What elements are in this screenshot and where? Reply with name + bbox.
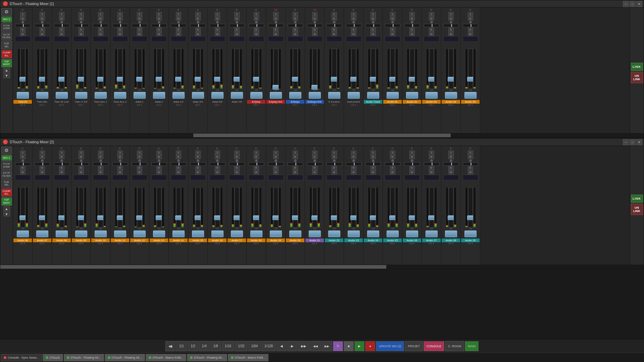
taskbar-floating2[interactable]: DTouch - Floating Mi...: [105, 354, 145, 361]
channel-s-button[interactable]: S: [312, 12, 317, 16]
channel-pan-bar[interactable]: [463, 24, 478, 27]
channel-w-button[interactable]: W: [448, 32, 454, 36]
channel-fader-track[interactable]: [274, 187, 278, 227]
channel-w-button[interactable]: W: [370, 170, 376, 174]
channel-r-button[interactable]: R: [429, 166, 434, 170]
channel-m-button[interactable]: M: [98, 16, 103, 20]
channel-m-button[interactable]: M: [79, 155, 84, 159]
channel-m-button[interactable]: M: [448, 155, 454, 159]
channel-s-button[interactable]: S: [40, 151, 45, 155]
channel-fader-button[interactable]: [231, 92, 243, 99]
channel-fader-thumb[interactable]: [97, 77, 104, 82]
channel-w-button[interactable]: W: [312, 32, 317, 36]
channel-w-button[interactable]: W: [351, 170, 356, 174]
channel-fader-track[interactable]: [410, 49, 414, 89]
channel-fader-thumb[interactable]: [409, 215, 415, 220]
channel-s-button[interactable]: S: [254, 151, 259, 155]
channel-fader-thumb[interactable]: [58, 77, 65, 82]
channel-m-button[interactable]: M: [468, 155, 473, 159]
taskbar-macro2[interactable]: DTouch - Macro Fold...: [228, 354, 268, 361]
channel-m-button[interactable]: M: [370, 155, 376, 159]
channel-fader-thumb[interactable]: [39, 215, 46, 220]
channel-fader-button[interactable]: [192, 92, 204, 99]
channel-pan-bar[interactable]: [93, 24, 108, 27]
channel-fader-thumb[interactable]: [117, 77, 123, 82]
channel-w-button[interactable]: W: [351, 32, 356, 36]
mixer2-mix2-btn[interactable]: MIX 2: [1, 155, 12, 161]
channel-w-button[interactable]: W: [20, 170, 26, 174]
channel-pan-bar[interactable]: [112, 162, 128, 166]
taskbar-console[interactable]: Console - Sync Sessi...: [1, 354, 42, 361]
rewind2[interactable]: ◀◀: [310, 341, 321, 351]
channel-m-button[interactable]: M: [195, 16, 201, 20]
channel-pan-bar[interactable]: [404, 162, 420, 166]
channel-w-button[interactable]: W: [59, 170, 64, 174]
channel-fader-thumb[interactable]: [136, 215, 143, 220]
channel-fader-track[interactable]: [176, 49, 181, 89]
channel-pan-bar[interactable]: [249, 24, 264, 27]
channel-r-button[interactable]: R: [40, 28, 45, 32]
channel-fader-button[interactable]: [289, 92, 301, 99]
channel-m-button[interactable]: M: [254, 16, 259, 20]
mixer2-fich-strip-btn[interactable]: FI CHSTRIP: [1, 161, 12, 170]
console-btn[interactable]: CONSOLE: [424, 341, 444, 351]
channel-fader-button[interactable]: [348, 230, 360, 237]
channel-s-button[interactable]: S: [215, 12, 220, 16]
mixer2-scroll[interactable]: [0, 265, 644, 269]
channel-s-button[interactable]: S: [273, 12, 279, 16]
channel-s-button[interactable]: S: [351, 151, 356, 155]
channel-pan-bar[interactable]: [54, 162, 69, 166]
channel-fader-track[interactable]: [215, 49, 220, 89]
channel-fader-thumb[interactable]: [389, 77, 396, 82]
mixer2-maximize[interactable]: □: [630, 139, 636, 145]
channel-fader-thumb[interactable]: [467, 215, 474, 220]
channel-s-button[interactable]: S: [234, 151, 240, 155]
channel-fader-button[interactable]: [56, 92, 68, 99]
channel-fader-thumb[interactable]: [448, 77, 454, 82]
stop[interactable]: ■: [344, 341, 354, 351]
channel-pan-bar[interactable]: [268, 162, 284, 166]
channel-m-button[interactable]: M: [448, 16, 454, 20]
channel-w-button[interactable]: W: [254, 32, 259, 36]
channel-fader-button[interactable]: [134, 230, 146, 237]
channel-r-button[interactable]: R: [79, 28, 84, 32]
channel-pan-bar[interactable]: [307, 162, 323, 166]
channel-r-button[interactable]: R: [234, 28, 240, 32]
channel-pan-bar[interactable]: [463, 162, 478, 166]
channel-w-button[interactable]: W: [468, 32, 473, 36]
channel-fader-thumb[interactable]: [78, 215, 85, 220]
channel-r-button[interactable]: R: [156, 166, 162, 170]
mixer2-nav-arrow-down[interactable]: ▼: [3, 212, 10, 216]
channel-fader-thumb[interactable]: [195, 215, 201, 220]
channel-fader-button[interactable]: [348, 92, 360, 99]
channel-m-button[interactable]: M: [137, 16, 142, 20]
channel-fader-track[interactable]: [274, 49, 278, 89]
channel-m-button[interactable]: M: [390, 16, 395, 20]
channel-fader-button[interactable]: [270, 230, 282, 237]
channel-w-button[interactable]: W: [390, 32, 395, 36]
channel-fader-track[interactable]: [429, 187, 434, 227]
channel-w-button[interactable]: W: [293, 170, 298, 174]
channel-s-button[interactable]: S: [332, 151, 337, 155]
channel-m-button[interactable]: M: [195, 155, 201, 159]
channel-pan-bar[interactable]: [424, 162, 439, 166]
channel-w-button[interactable]: W: [137, 32, 142, 36]
channel-pan-bar[interactable]: [249, 162, 264, 166]
channel-w-button[interactable]: W: [195, 170, 201, 174]
channel-w-button[interactable]: W: [40, 170, 45, 174]
channel-r-button[interactable]: R: [254, 28, 259, 32]
channel-s-button[interactable]: S: [254, 12, 259, 16]
channel-m-button[interactable]: M: [176, 155, 181, 159]
channel-w-button[interactable]: W: [370, 32, 376, 36]
channel-w-button[interactable]: W: [468, 170, 473, 174]
channel-fader-track[interactable]: [410, 187, 414, 227]
channel-fader-button[interactable]: [231, 230, 243, 237]
channel-m-button[interactable]: M: [332, 155, 337, 159]
channel-m-button[interactable]: M: [273, 16, 279, 20]
channel-r-button[interactable]: R: [409, 166, 415, 170]
mixer1-minimize[interactable]: ─: [623, 1, 629, 7]
channel-m-button[interactable]: M: [293, 155, 298, 159]
channel-s-button[interactable]: S: [293, 151, 298, 155]
channel-pan-bar[interactable]: [93, 162, 108, 166]
channel-fader-track[interactable]: [196, 187, 200, 227]
